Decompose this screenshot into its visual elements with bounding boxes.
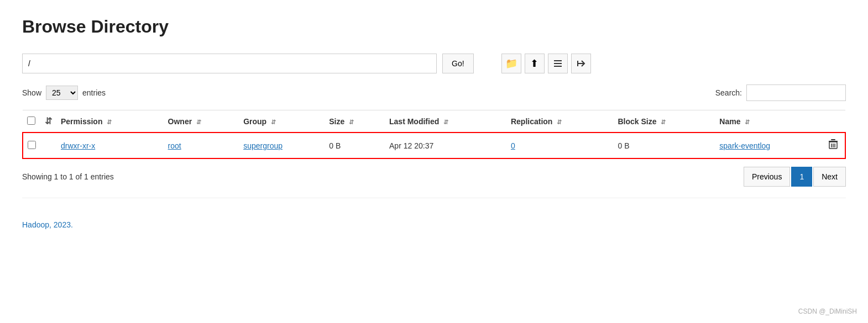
path-input[interactable] [22,54,437,73]
header-checkbox [23,110,40,133]
entries-select[interactable]: 10 25 50 100 [46,86,78,100]
search-input[interactable] [746,84,846,101]
svg-rect-0 [554,60,562,61]
directory-table: ⇵ Permission ⇵ Owner ⇵ Group ⇵ Size ⇵ La… [22,110,846,159]
row-size: 0 B [325,133,385,158]
header-permission[interactable]: Permission ⇵ [56,110,164,133]
row-sort-cell [40,133,56,158]
previous-button[interactable]: Previous [744,167,790,187]
svg-rect-1 [554,63,562,64]
row-replication: 0 [506,133,614,158]
sort-owner-icon: ⇵ [196,119,201,126]
sort-block-size-icon: ⇵ [661,119,666,126]
header-name[interactable]: Name ⇵ [715,110,822,133]
hadoop-footer: Hadoop, 2023. [22,220,846,229]
header-last-modified[interactable]: Last Modified ⇵ [385,110,506,133]
sort-permission-icon: ⇵ [107,119,112,126]
sort-size-icon: ⇵ [349,119,354,126]
search-label: Search: [715,88,742,97]
search-bar: Search: [715,84,846,101]
permission-link[interactable]: drwxr-xr-x [61,141,95,150]
table-header-row: ⇵ Permission ⇵ Owner ⇵ Group ⇵ Size ⇵ La… [23,110,845,133]
row-owner: root [164,133,239,158]
sort-name-icon: ⇵ [745,119,750,126]
row-last-modified: Apr 12 20:37 [385,133,506,158]
go-button[interactable]: Go! [442,54,474,73]
svg-rect-4 [831,139,835,140]
hadoop-text: Hadoop, 2023. [22,220,73,229]
row-name: spark-eventlog [715,133,822,158]
table-row: drwxr-xr-x root supergroup 0 B Apr 12 20… [23,133,845,158]
name-link[interactable]: spark-eventlog [719,141,770,150]
owner-link[interactable]: root [168,141,181,150]
show-label: Show [22,88,41,97]
top-bar: Go! 📁 ⬆ [22,54,846,73]
pagination: Previous 1 Next [744,167,846,187]
list-icon-button[interactable] [548,54,568,73]
row-delete-cell [822,133,845,158]
icon-bar: 📁 ⬆ [501,54,591,73]
sort-group-icon: ⇵ [271,119,276,126]
delete-button[interactable] [826,139,840,152]
sort-last-modified-icon: ⇵ [443,119,448,126]
header-sort[interactable]: ⇵ [40,110,56,133]
header-replication[interactable]: Replication ⇵ [506,110,614,133]
show-entries: Show 10 25 50 100 entries [22,86,106,100]
header-owner[interactable]: Owner ⇵ [164,110,239,133]
row-permission: drwxr-xr-x [56,133,164,158]
header-group[interactable]: Group ⇵ [239,110,325,133]
move-icon-button[interactable] [571,54,591,73]
folder-icon-button[interactable]: 📁 [501,54,521,73]
svg-rect-2 [554,66,562,67]
sort-replication-icon: ⇵ [557,119,562,126]
showing-text: Showing 1 to 1 of 1 entries [22,172,114,181]
divider [22,198,846,198]
row-checkbox-cell [23,133,40,158]
page-1-button[interactable]: 1 [791,167,812,187]
row-block-size: 0 B [614,133,715,158]
entries-label: entries [82,88,106,97]
header-action [822,110,845,133]
next-button[interactable]: Next [813,167,846,187]
page-title: Browse Directory [22,17,846,37]
footer-bar: Showing 1 to 1 of 1 entries Previous 1 N… [22,167,846,187]
header-block-size[interactable]: Block Size ⇵ [614,110,715,133]
row-group: supergroup [239,133,325,158]
row-checkbox[interactable] [28,141,36,149]
replication-link[interactable]: 0 [511,141,515,150]
header-size[interactable]: Size ⇵ [325,110,385,133]
upload-icon-button[interactable]: ⬆ [525,54,545,73]
group-link[interactable]: supergroup [243,141,283,150]
controls-bar: Show 10 25 50 100 entries Search: [22,84,846,101]
select-all-checkbox[interactable] [27,117,35,125]
